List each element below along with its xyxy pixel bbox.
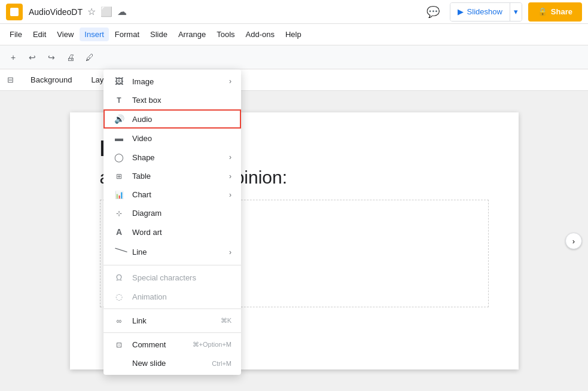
chart-icon: 📊	[113, 191, 125, 199]
insert-chart-item[interactable]: 📊 Chart ›	[103, 185, 241, 204]
cloud-icon[interactable]: ☁	[117, 6, 127, 17]
insert-shape-item[interactable]: ◯ Shape ›	[103, 148, 241, 167]
add-button[interactable]: +	[5, 49, 22, 66]
menu-help[interactable]: Help	[281, 28, 306, 41]
menu-file[interactable]: File	[5, 28, 27, 41]
diagram-icon: ⊹	[113, 209, 125, 218]
secondary-toolbar: ⊟ Background Layout ▾ Theme Transition	[0, 69, 588, 91]
share-label: Share	[551, 7, 572, 16]
comment-label: Comment	[132, 340, 193, 349]
link-icon: ∞	[113, 317, 125, 325]
menu-insert[interactable]: Insert	[80, 28, 109, 41]
insert-comment-item[interactable]: ⊡ Comment ⌘+Option+M	[103, 335, 241, 354]
comment-icon: ⊡	[113, 341, 125, 349]
insert-audio-item[interactable]: 🔊 Audio	[103, 109, 241, 129]
chart-arrow: ›	[229, 191, 231, 199]
audio-label: Audio	[132, 115, 231, 124]
textbox-icon: T	[113, 96, 125, 105]
menu-addons[interactable]: Add-ons	[241, 28, 279, 41]
insert-dropdown-menu: 🖼 Image › T Text box 🔊 Audio ▬ Video ◯ S…	[103, 69, 241, 375]
header-right: 💬 ▶ Slideshow ▾ 🔒 Share	[422, 1, 582, 23]
chart-label: Chart	[132, 190, 229, 199]
table-label: Table	[132, 172, 229, 181]
audio-icon: 🔊	[113, 114, 125, 124]
insert-table-item[interactable]: ⊞ Table ›	[103, 167, 241, 185]
paint-button[interactable]: 🖊	[81, 49, 98, 66]
insert-animation-item: ◌ Animation	[103, 287, 241, 306]
insert-image-item[interactable]: 🖼 Image ›	[103, 72, 241, 91]
link-label: Link	[132, 316, 221, 325]
slideshow-play-icon: ▶	[458, 7, 464, 16]
slideshow-main-button[interactable]: ▶ Slideshow	[450, 3, 510, 21]
shape-icon: ◯	[113, 152, 125, 162]
menu-tools[interactable]: Tools	[212, 28, 239, 41]
video-icon: ▬	[113, 133, 125, 143]
wordart-label: Word art	[132, 228, 231, 237]
animation-label: Animation	[132, 292, 231, 301]
line-label: Line	[132, 248, 229, 256]
print-button[interactable]: 🖨	[62, 49, 79, 66]
menu-bar: File Edit View Insert Format Slide Arran…	[0, 24, 588, 45]
comment-button[interactable]: 💬	[422, 1, 444, 23]
slide-panel: Liste and share your opinion: Click to..…	[0, 91, 588, 391]
title-icons: ☆ ⬜ ☁	[87, 6, 127, 17]
image-icon: 🖼	[113, 77, 125, 86]
menu-slide[interactable]: Slide	[145, 28, 172, 41]
comment-shortcut: ⌘+Option+M	[193, 341, 231, 349]
insert-new-slide-item[interactable]: New slide Ctrl+M	[103, 354, 241, 372]
app-title: AudioVideoDT	[29, 7, 83, 17]
special-chars-icon: Ω	[113, 273, 125, 282]
background-button[interactable]: Background	[23, 73, 79, 87]
divider-2	[103, 308, 241, 309]
special-chars-label: Special characters	[132, 273, 231, 282]
slideshow-dropdown-button[interactable]: ▾	[510, 3, 522, 21]
insert-special-chars-item: Ω Special characters	[103, 268, 241, 287]
shape-arrow: ›	[229, 153, 231, 161]
menu-format[interactable]: Format	[110, 28, 144, 41]
toolbar: + ↩ ↪ 🖨 🖊	[0, 45, 588, 69]
animation-icon: ◌	[113, 292, 125, 301]
redo-button[interactable]: ↪	[43, 49, 60, 66]
slideshow-label: Slideshow	[467, 7, 502, 16]
slide-icon: ⊟	[7, 75, 14, 84]
line-icon: ╲	[111, 244, 127, 261]
next-slide-button[interactable]: ›	[565, 233, 582, 249]
menu-arrange[interactable]: Arrange	[173, 28, 211, 41]
menu-edit[interactable]: Edit	[28, 28, 51, 41]
share-button[interactable]: 🔒 Share	[528, 2, 582, 22]
image-label: Image	[132, 77, 229, 86]
table-icon: ⊞	[113, 172, 125, 181]
star-icon[interactable]: ☆	[87, 6, 96, 17]
diagram-label: Diagram	[132, 209, 231, 218]
folder-icon[interactable]: ⬜	[100, 6, 112, 17]
insert-wordart-item[interactable]: A Word art	[103, 222, 241, 242]
app-icon	[6, 4, 23, 20]
wordart-icon: A	[113, 227, 125, 237]
insert-video-item[interactable]: ▬ Video	[103, 129, 241, 148]
table-arrow: ›	[229, 172, 231, 181]
title-bar: AudioVideoDT ☆ ⬜ ☁ 💬 ▶ Slideshow ▾ 🔒 Sha…	[0, 0, 588, 24]
insert-diagram-item[interactable]: ⊹ Diagram	[103, 204, 241, 222]
divider-1	[103, 265, 241, 265]
line-arrow: ›	[229, 248, 231, 256]
lock-icon: 🔒	[538, 7, 547, 16]
new-slide-shortcut: Ctrl+M	[212, 360, 231, 367]
video-label: Video	[132, 134, 231, 143]
insert-line-item[interactable]: ╲ Line ›	[103, 242, 241, 262]
shape-label: Shape	[132, 153, 229, 162]
main-area: Liste and share your opinion: Click to..…	[0, 91, 588, 391]
textbox-label: Text box	[132, 96, 231, 105]
insert-link-item[interactable]: ∞ Link ⌘K	[103, 311, 241, 330]
undo-button[interactable]: ↩	[24, 49, 41, 66]
image-arrow: ›	[229, 77, 231, 85]
new-slide-label: New slide	[132, 359, 212, 368]
link-shortcut: ⌘K	[221, 317, 231, 325]
menu-view[interactable]: View	[52, 28, 78, 41]
insert-textbox-item[interactable]: T Text box	[103, 91, 241, 109]
slideshow-button-group: ▶ Slideshow ▾	[450, 2, 522, 22]
divider-3	[103, 332, 241, 333]
